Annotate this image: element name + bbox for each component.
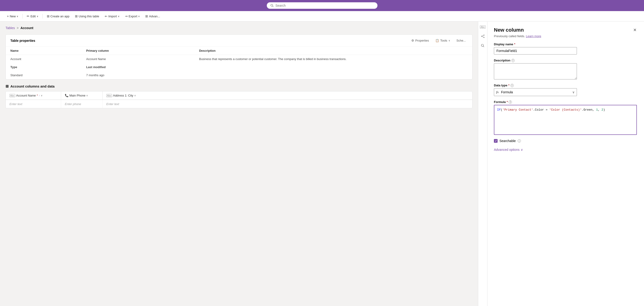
- display-name-required: *: [514, 43, 515, 46]
- searchable-checkbox[interactable]: [494, 139, 498, 143]
- searchable-label: Searchable: [500, 139, 516, 143]
- data-table: Abc Account Name * ↑ ∨ 📞 Main Phone ∨ Ab…: [6, 91, 472, 108]
- svg-point-4: [484, 37, 484, 38]
- edit-button[interactable]: ✏ Edit ∨: [24, 13, 40, 19]
- empty-cell-2: [194, 71, 472, 79]
- import-chevron-icon: ∨: [118, 15, 120, 18]
- last-modified-label: Last modified: [82, 63, 194, 71]
- last-modified-value: 7 months ago: [82, 71, 194, 79]
- breadcrumb-tables-link[interactable]: Tables: [6, 26, 15, 30]
- searchable-info-icon: i: [518, 139, 521, 142]
- export-label: Export: [129, 15, 138, 18]
- svg-point-3: [481, 36, 482, 37]
- col-header-name: Name: [6, 47, 82, 55]
- edit-chevron-icon: ∨: [37, 15, 38, 18]
- account-columns-header: ⊞ Account columns and data: [6, 84, 472, 88]
- properties-table: Name Primary column Description Account …: [6, 47, 472, 79]
- col-header-address-city[interactable]: Abc Address 1: City ∨: [102, 91, 472, 99]
- new-label: New: [10, 15, 16, 18]
- required-star-1: *: [37, 94, 38, 97]
- svg-line-6: [482, 37, 484, 37]
- properties-icon: ⚙: [411, 39, 414, 42]
- tools-label: Tools: [440, 39, 447, 42]
- breadcrumb-separator: >: [16, 26, 18, 30]
- schedule-label: Sche...: [456, 39, 466, 42]
- import-button[interactable]: ⇐ Import ∨: [102, 13, 122, 19]
- data-type-select[interactable]: Formula Text Number Date: [494, 88, 577, 96]
- new-column-panel: New column Previously called fields. Lea…: [487, 22, 644, 306]
- formula-display[interactable]: If('Primary Contact'.Color = 'Color (Con…: [494, 105, 637, 135]
- data-cell-city: Enter text: [102, 100, 472, 108]
- advanced-button[interactable]: ⊞ Advan...: [143, 13, 162, 19]
- data-cell-account: Enter text: [6, 100, 61, 108]
- create-app-label: Create an app: [50, 15, 70, 18]
- formula-group: Formula * i If('Primary Contact'.Color =…: [494, 100, 638, 135]
- advanced-options-chevron-icon: ∨: [521, 148, 523, 151]
- export-button[interactable]: ⇒ Export ∨: [123, 13, 142, 19]
- edit-label: Edit: [30, 15, 36, 18]
- panel-body: Display name * Description i Data type *…: [488, 38, 644, 157]
- export-icon: ⇒: [125, 14, 128, 18]
- table-icon: ⊞: [6, 84, 8, 88]
- tools-button[interactable]: 📋 Tools ∨: [434, 38, 452, 43]
- new-button[interactable]: + New ∨: [4, 13, 20, 19]
- export-chevron-icon: ∨: [138, 15, 140, 18]
- side-abc-button[interactable]: Abc: [479, 23, 486, 31]
- account-columns-title: Account columns and data: [10, 84, 55, 88]
- panel-header: New column Previously called fields. Lea…: [488, 22, 644, 38]
- schedule-button[interactable]: Sche...: [455, 38, 468, 43]
- side-share-button[interactable]: [479, 33, 486, 40]
- command-bar: + New ∨ ✏ Edit ∨ ⊞ Create an app ⊞ Using…: [0, 11, 644, 22]
- data-table-header: Abc Account Name * ↑ ∨ 📞 Main Phone ∨ Ab…: [6, 91, 472, 100]
- search-box[interactable]: [267, 2, 378, 9]
- close-panel-button[interactable]: ✕: [632, 27, 638, 33]
- svg-line-8: [483, 46, 484, 47]
- advanced-options-button[interactable]: Advanced options ∨: [494, 147, 638, 152]
- account-name-col-label: Account Name: [16, 94, 36, 97]
- table-row: Account Account Name Business that repre…: [6, 55, 472, 63]
- description-textarea[interactable]: [494, 63, 577, 79]
- properties-label: Properties: [415, 39, 429, 42]
- table-properties-header: Table properties ⚙ Properties 📋 Tools ∨ …: [6, 35, 472, 47]
- display-name-input[interactable]: [494, 47, 577, 55]
- advanced-label: Advan...: [149, 15, 160, 18]
- panel-subtitle: Previously called fields. Learn more: [494, 34, 541, 38]
- learn-more-link[interactable]: Learn more: [526, 34, 541, 38]
- data-table-row-empty: Enter text Enter phone Enter text: [6, 100, 472, 108]
- search-input[interactable]: [276, 4, 374, 8]
- sort-asc-icon: ↑: [39, 94, 40, 97]
- address-city-col-label: Address 1: City: [113, 94, 133, 97]
- advanced-icon: ⊞: [145, 14, 148, 18]
- svg-point-2: [484, 35, 484, 36]
- using-this-table-button[interactable]: ⊞ Using this table: [73, 13, 102, 19]
- breadcrumb-current: Account: [20, 26, 34, 30]
- abc-icon-1: Abc: [10, 94, 15, 97]
- description-group: Description i: [494, 59, 638, 79]
- row-description: Business that represents a customer or p…: [194, 55, 472, 63]
- main-content: Tables > Account Table properties ⚙ Prop…: [0, 22, 644, 306]
- account-col-chevron-icon: ∨: [41, 94, 42, 97]
- display-name-label: Display name *: [494, 43, 638, 46]
- data-type-select-wrapper: fx Formula Text Number Date ∨: [494, 88, 577, 96]
- table-row-values: Standard 7 months ago: [6, 71, 472, 79]
- side-search-button[interactable]: [479, 42, 486, 49]
- abc-icon-2: Abc: [106, 94, 112, 97]
- svg-line-1: [272, 6, 273, 7]
- properties-button[interactable]: ⚙ Properties: [410, 38, 431, 43]
- col-header-account-name[interactable]: Abc Account Name * ↑ ∨: [6, 91, 61, 99]
- city-col-chevron-icon: ∨: [134, 94, 136, 97]
- data-type-info-icon: i: [510, 84, 514, 87]
- create-app-button[interactable]: ⊞ Create an app: [44, 13, 72, 19]
- account-columns-section: ⊞ Account columns and data Abc Account N…: [6, 84, 472, 108]
- description-label: Description i: [494, 59, 638, 62]
- panel-title: New column: [494, 27, 541, 33]
- description-info-icon: i: [512, 59, 515, 62]
- col-header-main-phone[interactable]: 📞 Main Phone ∨: [61, 91, 102, 99]
- new-icon: +: [7, 14, 9, 18]
- edit-icon: ✏: [27, 14, 30, 18]
- row-name: Account: [6, 55, 82, 63]
- side-abc-icon: Abc: [480, 25, 486, 29]
- formula-required: *: [506, 100, 508, 104]
- search-icon: [270, 4, 274, 7]
- table-properties-title: Table properties: [10, 39, 35, 43]
